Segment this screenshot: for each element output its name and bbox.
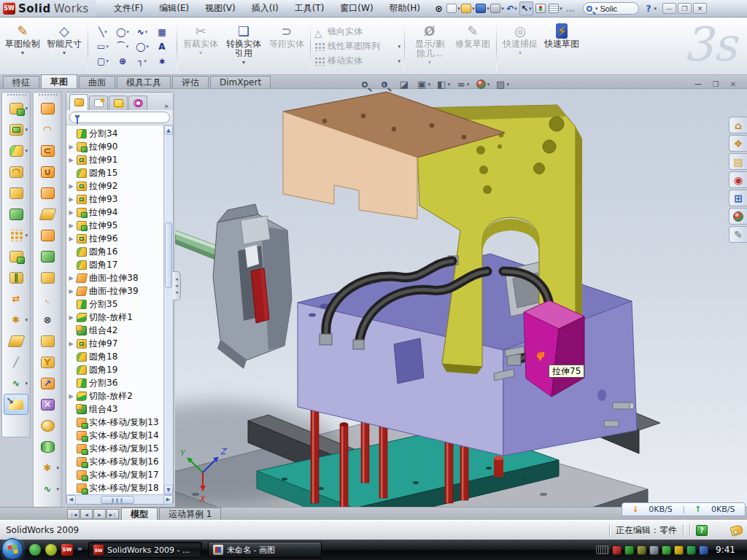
tree-item-曲面-拉伸39[interactable]: ▶曲面-拉伸39 — [68, 284, 163, 298]
zoom-fit-button[interactable] — [356, 77, 374, 91]
doc-tab-运动算例 1[interactable]: 运动算例 1 — [159, 508, 221, 520]
expand-arrow-icon[interactable]: ▶ — [68, 222, 74, 229]
tree-item-圆角16[interactable]: 圆角16 — [68, 245, 163, 258]
expand-arrow-icon[interactable]: ▶ — [68, 236, 74, 242]
sketch-arc[interactable]: ⌒▾ — [113, 39, 132, 53]
fillet-tool[interactable]: ▾ — [4, 140, 28, 161]
search-input[interactable] — [600, 4, 632, 13]
tab-草图[interactable]: 草图 — [41, 74, 77, 88]
swept-boss-tool[interactable]: ◠ — [4, 161, 28, 182]
replace-face-tool[interactable]: ↗ — [35, 373, 60, 394]
split-tool[interactable]: ‖ — [4, 267, 28, 288]
task-pane-design-library[interactable]: ❖ — [729, 135, 747, 152]
quick-snaps-button[interactable]: ◎ 快速捕捉 ▾ — [500, 20, 540, 73]
quick-launch-solidworks[interactable]: SW — [61, 544, 73, 556]
keyboard-layout-icon[interactable] — [596, 545, 609, 554]
task-pane-view-palette[interactable]: ⊞ — [729, 190, 747, 206]
tab-scroll-next-button[interactable]: ▶ — [93, 509, 106, 519]
expand-arrow-icon[interactable]: ▶ — [68, 341, 74, 347]
tab-DimXpert[interactable]: DimXpert — [210, 76, 271, 88]
tab-scroll-prev-button[interactable]: ◀ — [80, 509, 93, 519]
quick-launch-messenger[interactable] — [29, 544, 41, 556]
tabs-overflow-button[interactable]: » — [161, 102, 171, 110]
tab-dimxpert-manager[interactable] — [128, 96, 147, 110]
tab-feature-manager[interactable] — [69, 94, 88, 110]
toolbar-overflow[interactable]: … — [563, 1, 577, 15]
tray-antivirus[interactable] — [624, 545, 634, 555]
mid-surface-tool[interactable]: Y — [35, 351, 60, 373]
offset-entities-button[interactable]: ⊃ 等距实体 — [267, 20, 306, 73]
tab-property-manager[interactable] — [89, 96, 108, 110]
quick-launch-expand[interactable]: » — [77, 544, 82, 556]
sketch-point[interactable]: ∗ — [152, 54, 171, 68]
tab-评估[interactable]: 评估 — [172, 76, 209, 88]
menu-item-6[interactable]: 帮助(H) — [382, 1, 427, 16]
tree-vertical-scrollbar[interactable]: ▲ ▼ — [163, 125, 173, 494]
menu-item-5[interactable]: 窗口(W) — [333, 1, 380, 16]
rebuild-button[interactable] — [534, 1, 548, 15]
reference-plane-tool[interactable] — [4, 330, 28, 351]
planar-surface-tool[interactable] — [35, 203, 60, 225]
tag-icon[interactable] — [730, 524, 744, 537]
tree-filter-input[interactable] — [69, 112, 170, 123]
doc-close-button[interactable]: ✕ — [727, 79, 740, 90]
edit-appearance-button[interactable]: ▾ — [474, 77, 492, 91]
display-style-button[interactable]: ◧▾ — [435, 77, 452, 91]
tree-item-曲面-拉伸38[interactable]: ▶曲面-拉伸38 — [68, 271, 163, 284]
instant3d-toggle[interactable] — [4, 394, 28, 415]
scroll-up-button[interactable]: ▲ — [164, 125, 173, 135]
expand-arrow-icon[interactable]: ▶ — [68, 275, 74, 281]
open-document-button[interactable]: ▾ — [461, 1, 475, 15]
apply-scene-button[interactable]: ▨▾ — [494, 77, 511, 91]
menu-item-3[interactable]: 插入(I) — [244, 1, 286, 16]
tree-item-圆角19[interactable]: 圆角19 — [68, 363, 163, 376]
print-button[interactable]: ▾ — [490, 1, 504, 15]
tab-scroll-first-button[interactable]: ❘◀ — [67, 509, 80, 519]
tree-item-拉伸95[interactable]: ▶拉伸95 — [68, 219, 163, 232]
sketch-button[interactable]: ✎ 草图绘制 ▾ — [3, 20, 42, 73]
swept-surface-tool[interactable] — [35, 98, 60, 119]
restore-button[interactable]: ❐ — [678, 3, 692, 14]
sketch-ellipse[interactable]: ◯▾ — [133, 39, 152, 53]
search-box[interactable]: ▾ — [583, 2, 639, 15]
tree-item-实体-移动/复制13[interactable]: 实体-移动/复制13 — [68, 416, 163, 429]
expand-arrow-icon[interactable]: ▶ — [68, 183, 74, 190]
doc-minimize-button[interactable]: — — [692, 79, 705, 90]
tree-item-实体-移动/复制17[interactable]: 实体-移动/复制17 — [68, 468, 163, 481]
tray-sync[interactable] — [699, 545, 708, 555]
lofted-surface-tool[interactable]: ⊂ — [35, 140, 60, 161]
panel-splitter-handle[interactable]: ◂◂◂ — [173, 271, 181, 300]
tree-item-组合43[interactable]: 组合43 — [68, 402, 163, 416]
boundary-surface-tool[interactable]: ∪ — [35, 161, 60, 182]
expand-arrow-icon[interactable]: ▶ — [68, 196, 74, 203]
tree-item-拉伸97[interactable]: ▶拉伸97 — [68, 337, 163, 350]
move-entities-button[interactable]: 移动实体 ▾ — [314, 55, 400, 67]
menu-item-2[interactable]: 视图(V) — [198, 1, 243, 16]
tree-item-圆角17[interactable]: 圆角17 — [68, 258, 163, 271]
sketch-circle[interactable]: ◯▾ — [113, 25, 132, 39]
delete-face-tool[interactable]: ✕ — [35, 394, 60, 415]
freeform-surface-tool[interactable] — [35, 182, 60, 203]
menu-item-4[interactable]: 工具(T) — [287, 1, 332, 16]
tree-item-圆角15[interactable]: 圆角15 — [68, 166, 163, 179]
scroll-down-button[interactable]: ▼ — [164, 485, 173, 494]
linear-sketch-pattern-button[interactable]: 线性草图阵列 ▾ — [314, 40, 400, 52]
help-button[interactable]: ? — [646, 4, 651, 14]
tree-item-圆角18[interactable]: 圆角18 — [68, 350, 163, 363]
tab-scroll-last-button[interactable]: ▶❘ — [107, 509, 119, 519]
tray-warning[interactable] — [674, 545, 684, 555]
rapid-sketch-button[interactable]: ⚡ 快速草图 — [542, 20, 581, 73]
task-pane-file-explorer[interactable]: ▤ — [729, 153, 747, 170]
minimize-button[interactable]: — — [662, 3, 676, 14]
expand-arrow-icon[interactable]: ▶ — [68, 144, 74, 150]
quick-tips-help-icon[interactable]: ? — [696, 525, 708, 536]
start-button[interactable] — [1, 538, 23, 560]
tab-特征[interactable]: 特征 — [3, 76, 39, 88]
select-tool-button[interactable]: ↖▾ — [519, 1, 533, 15]
close-button[interactable]: ✕ — [693, 3, 707, 14]
repair-sketch-button[interactable]: ✎ 修复草图 — [453, 20, 492, 73]
convert-entities-button[interactable]: ❏ 转换实体引用 ▾ — [222, 20, 265, 73]
scroll-right-button[interactable]: ▶ — [163, 495, 173, 505]
tree-item-切除-放样2[interactable]: ▶切除-放样2 — [68, 389, 163, 402]
options-button[interactable]: ▾ — [549, 1, 562, 15]
